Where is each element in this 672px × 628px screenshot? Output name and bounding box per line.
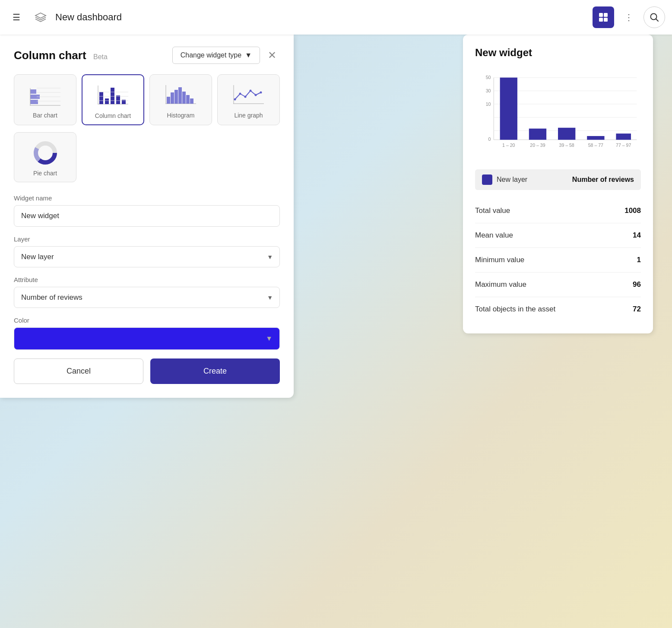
stat-value-mean-value: 14 <box>633 231 641 240</box>
svg-rect-58 <box>529 129 546 140</box>
bar-chart-label: Bar chart <box>33 112 57 119</box>
stat-label-total-value: Total value <box>475 206 510 215</box>
svg-rect-60 <box>587 136 604 140</box>
legend-left: New layer <box>482 174 527 185</box>
svg-point-40 <box>249 89 251 92</box>
change-widget-type-button[interactable]: Change widget type ▼ <box>172 47 260 64</box>
more-options-button[interactable]: ⋮ <box>619 8 638 27</box>
histogram-icon <box>162 82 200 108</box>
svg-marker-0 <box>35 13 46 18</box>
close-button[interactable]: ✕ <box>264 48 280 63</box>
svg-rect-57 <box>500 78 517 140</box>
dashboard-title: New dashboard <box>55 12 587 23</box>
left-panel: Column chart Beta Change widget type ▼ ✕ <box>0 35 294 398</box>
chart-type-histogram[interactable]: Histogram <box>149 74 212 125</box>
column-chart-icon <box>94 82 133 108</box>
layer-select-wrapper: New layer ▼ <box>14 246 280 267</box>
chart-type-pie-chart[interactable]: Pie chart <box>14 132 76 182</box>
widget-name-input[interactable] <box>14 205 280 227</box>
svg-text:10: 10 <box>486 101 491 107</box>
stat-label-maximum-value: Maximum value <box>475 280 526 289</box>
search-icon <box>650 13 659 22</box>
svg-rect-4 <box>604 18 608 22</box>
histogram-label: Histogram <box>167 112 195 119</box>
more-icon: ⋮ <box>624 12 633 22</box>
svg-rect-9 <box>30 100 38 104</box>
change-widget-type-label: Change widget type <box>181 51 241 59</box>
svg-rect-19 <box>105 98 109 104</box>
chart-type-grid: Bar chart Column chart <box>14 74 280 125</box>
svg-rect-20 <box>111 88 114 104</box>
stat-value-maximum-value: 96 <box>633 280 641 289</box>
svg-point-41 <box>254 94 257 96</box>
svg-text:0: 0 <box>488 136 491 142</box>
svg-rect-29 <box>171 92 174 104</box>
panel-title: Column chart <box>14 49 86 62</box>
chart-legend: New layer Number of reviews <box>475 169 641 190</box>
layer-select[interactable]: New layer <box>14 246 280 267</box>
cancel-button[interactable]: Cancel <box>14 358 143 384</box>
legend-attribute-name: Number of reviews <box>572 176 634 184</box>
svg-rect-59 <box>558 128 575 140</box>
svg-text:39 – 58: 39 – 58 <box>559 143 574 148</box>
chart-type-column-chart[interactable]: Column chart <box>82 74 144 125</box>
dashboard-icon <box>598 12 609 23</box>
stat-label-mean-value: Mean value <box>475 231 513 240</box>
color-selector[interactable]: ▼ <box>14 327 280 350</box>
svg-text:30: 30 <box>486 88 491 93</box>
stat-row-total-value: Total value 1008 <box>475 199 641 223</box>
svg-rect-61 <box>616 133 631 140</box>
stat-label-minimum-value: Minimum value <box>475 256 524 264</box>
line-graph-icon <box>229 82 268 108</box>
svg-text:1 – 20: 1 – 20 <box>502 143 515 148</box>
stat-value-minimum-value: 1 <box>637 256 641 264</box>
chart-type-bar-chart[interactable]: Bar chart <box>14 74 76 125</box>
stat-value-total-objects: 72 <box>633 305 641 314</box>
svg-rect-18 <box>99 92 103 104</box>
attribute-select[interactable]: Number of reviews <box>14 287 280 308</box>
chart-area: 50 30 10 0 1 – 20 20 – 39 39 – 58 58 – 7… <box>475 67 641 162</box>
stat-value-total-value: 1008 <box>624 206 641 215</box>
menu-button[interactable]: ☰ <box>7 8 26 27</box>
chart-type-line-graph[interactable]: Line graph <box>217 74 280 125</box>
chevron-down-icon: ▼ <box>245 51 252 59</box>
dashboard-icon-button[interactable] <box>593 6 614 28</box>
svg-rect-7 <box>30 89 36 94</box>
line-graph-label: Line graph <box>234 112 263 119</box>
attribute-label: Attribute <box>14 276 280 283</box>
svg-rect-31 <box>178 87 182 104</box>
legend-layer-name: New layer <box>497 176 527 184</box>
search-button[interactable] <box>643 6 665 28</box>
stat-row-maximum-value: Maximum value 96 <box>475 273 641 297</box>
stat-row-mean-value: Mean value 14 <box>475 223 641 248</box>
chart-type-grid-row2: Pie chart <box>14 132 280 182</box>
svg-rect-34 <box>190 98 193 104</box>
svg-point-42 <box>260 91 262 93</box>
right-panel: New widget 50 30 10 0 <box>463 35 653 333</box>
color-label: Color <box>14 317 280 324</box>
action-buttons: Cancel Create <box>14 358 280 384</box>
create-button[interactable]: Create <box>150 358 280 384</box>
svg-text:58 – 77: 58 – 77 <box>588 143 603 148</box>
stat-label-total-objects: Total objects in the asset <box>475 305 555 314</box>
svg-rect-22 <box>122 100 126 104</box>
widget-name-label: Widget name <box>14 194 280 202</box>
svg-rect-33 <box>186 95 190 104</box>
stats-list: Total value 1008 Mean value 14 Minimum v… <box>475 199 641 321</box>
color-chevron-down-icon: ▼ <box>266 335 273 343</box>
close-icon: ✕ <box>268 49 276 61</box>
svg-rect-28 <box>167 97 170 104</box>
layers-button[interactable] <box>31 8 50 27</box>
panel-title-area: Column chart Beta <box>14 49 108 62</box>
stat-row-total-objects: Total objects in the asset 72 <box>475 297 641 321</box>
layers-icon <box>35 11 47 23</box>
panel-header: Column chart Beta Change widget type ▼ ✕ <box>14 47 280 64</box>
beta-badge: Beta <box>93 53 108 60</box>
svg-point-37 <box>234 98 236 100</box>
svg-text:20 – 39: 20 – 39 <box>530 143 545 148</box>
menu-icon: ☰ <box>13 12 20 22</box>
stat-row-minimum-value: Minimum value 1 <box>475 248 641 273</box>
pie-chart-icon <box>26 140 65 165</box>
svg-rect-21 <box>116 95 120 104</box>
top-bar: ☰ New dashboard ⋮ <box>0 0 672 35</box>
